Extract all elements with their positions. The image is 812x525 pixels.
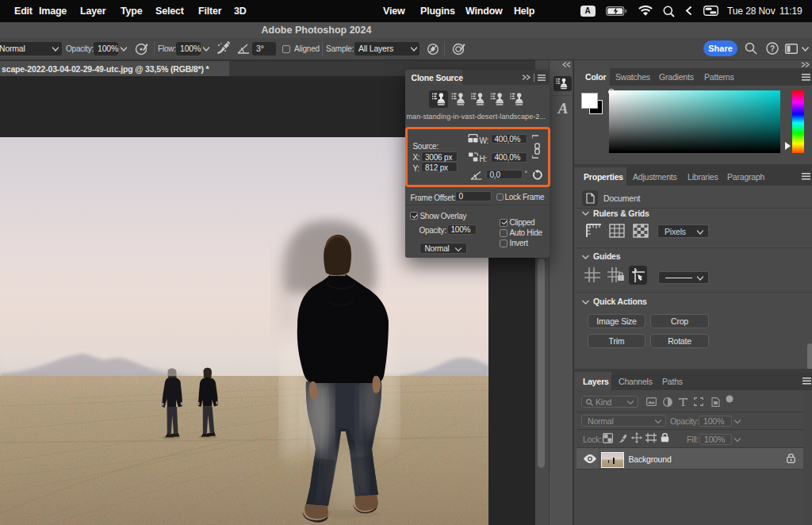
- svg-text:?: ?: [770, 44, 775, 53]
- svg-text:A: A: [557, 100, 569, 117]
